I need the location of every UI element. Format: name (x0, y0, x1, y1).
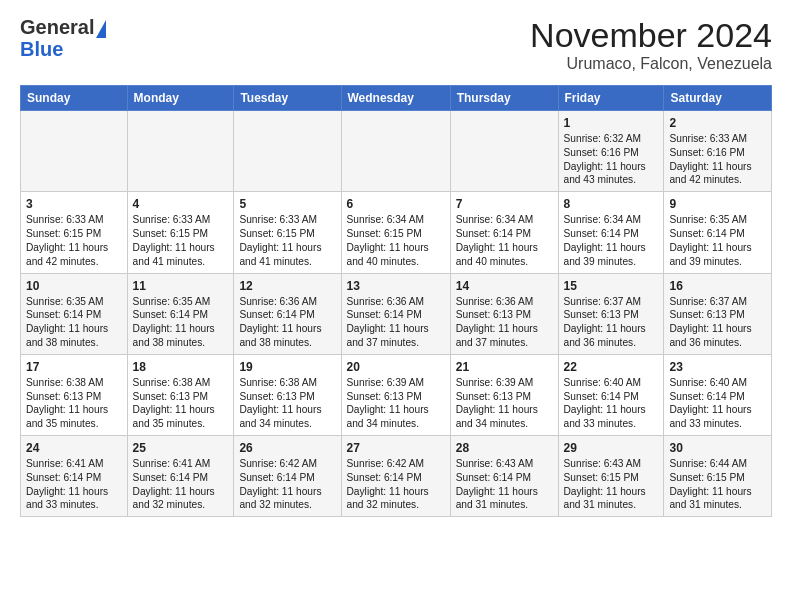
cell-text: Daylight: 11 hours (347, 485, 445, 499)
cell-text: Sunset: 6:14 PM (669, 227, 766, 241)
calendar-cell (341, 111, 450, 192)
day-header-friday: Friday (558, 86, 664, 111)
cell-text: Sunset: 6:15 PM (564, 471, 659, 485)
calendar-cell: 27Sunrise: 6:42 AMSunset: 6:14 PMDayligh… (341, 436, 450, 517)
day-number: 12 (239, 278, 335, 294)
cell-text: Sunrise: 6:34 AM (564, 213, 659, 227)
cell-text: and 33 minutes. (669, 417, 766, 431)
calendar-cell: 7Sunrise: 6:34 AMSunset: 6:14 PMDaylight… (450, 192, 558, 273)
cell-text: Sunset: 6:14 PM (239, 308, 335, 322)
calendar-cell: 15Sunrise: 6:37 AMSunset: 6:13 PMDayligh… (558, 273, 664, 354)
cell-text: and 40 minutes. (456, 255, 553, 269)
cell-text: Sunrise: 6:38 AM (239, 376, 335, 390)
cell-text: Daylight: 11 hours (669, 241, 766, 255)
day-number: 7 (456, 196, 553, 212)
cell-text: and 34 minutes. (347, 417, 445, 431)
week-row-1: 1Sunrise: 6:32 AMSunset: 6:16 PMDaylight… (21, 111, 772, 192)
calendar-cell (21, 111, 128, 192)
cell-text: Sunset: 6:15 PM (26, 227, 122, 241)
cell-text: and 38 minutes. (239, 336, 335, 350)
cell-text: Daylight: 11 hours (456, 241, 553, 255)
cell-text: Sunrise: 6:36 AM (239, 295, 335, 309)
cell-text: Sunrise: 6:40 AM (564, 376, 659, 390)
calendar-cell: 19Sunrise: 6:38 AMSunset: 6:13 PMDayligh… (234, 354, 341, 435)
cell-text: Sunset: 6:14 PM (26, 471, 122, 485)
week-row-5: 24Sunrise: 6:41 AMSunset: 6:14 PMDayligh… (21, 436, 772, 517)
cell-text: Daylight: 11 hours (26, 322, 122, 336)
day-number: 22 (564, 359, 659, 375)
calendar-cell: 16Sunrise: 6:37 AMSunset: 6:13 PMDayligh… (664, 273, 772, 354)
cell-text: Daylight: 11 hours (239, 241, 335, 255)
logo-triangle-icon (96, 20, 106, 38)
cell-text: Sunset: 6:14 PM (456, 227, 553, 241)
cell-text: and 36 minutes. (669, 336, 766, 350)
cell-text: and 35 minutes. (26, 417, 122, 431)
cell-text: Daylight: 11 hours (564, 241, 659, 255)
day-number: 19 (239, 359, 335, 375)
day-number: 14 (456, 278, 553, 294)
cell-text: Daylight: 11 hours (456, 485, 553, 499)
day-number: 24 (26, 440, 122, 456)
calendar-cell: 10Sunrise: 6:35 AMSunset: 6:14 PMDayligh… (21, 273, 128, 354)
cell-text: Sunset: 6:16 PM (669, 146, 766, 160)
cell-text: and 33 minutes. (26, 498, 122, 512)
cell-text: Daylight: 11 hours (669, 160, 766, 174)
cell-text: Sunset: 6:13 PM (564, 308, 659, 322)
cell-text: Sunset: 6:14 PM (564, 227, 659, 241)
cell-text: Sunrise: 6:38 AM (133, 376, 229, 390)
calendar-cell: 3Sunrise: 6:33 AMSunset: 6:15 PMDaylight… (21, 192, 128, 273)
cell-text: and 37 minutes. (456, 336, 553, 350)
cell-text: and 31 minutes. (669, 498, 766, 512)
calendar-cell: 11Sunrise: 6:35 AMSunset: 6:14 PMDayligh… (127, 273, 234, 354)
calendar-cell: 24Sunrise: 6:41 AMSunset: 6:14 PMDayligh… (21, 436, 128, 517)
day-number: 6 (347, 196, 445, 212)
day-number: 8 (564, 196, 659, 212)
cell-text: Sunrise: 6:33 AM (669, 132, 766, 146)
day-number: 26 (239, 440, 335, 456)
cell-text: Sunrise: 6:36 AM (456, 295, 553, 309)
cell-text: and 34 minutes. (456, 417, 553, 431)
cell-text: Sunset: 6:14 PM (239, 471, 335, 485)
logo-blue: Blue (20, 38, 63, 60)
cell-text: Sunrise: 6:43 AM (564, 457, 659, 471)
calendar-cell: 28Sunrise: 6:43 AMSunset: 6:14 PMDayligh… (450, 436, 558, 517)
cell-text: Daylight: 11 hours (239, 485, 335, 499)
cell-text: Daylight: 11 hours (133, 241, 229, 255)
cell-text: Daylight: 11 hours (347, 403, 445, 417)
cell-text: and 39 minutes. (669, 255, 766, 269)
day-header-thursday: Thursday (450, 86, 558, 111)
cell-text: Sunrise: 6:32 AM (564, 132, 659, 146)
week-row-4: 17Sunrise: 6:38 AMSunset: 6:13 PMDayligh… (21, 354, 772, 435)
cell-text: Sunrise: 6:41 AM (133, 457, 229, 471)
cell-text: Sunset: 6:13 PM (456, 390, 553, 404)
cell-text: Sunset: 6:15 PM (669, 471, 766, 485)
logo-text: General Blue (20, 16, 106, 60)
cell-text: Daylight: 11 hours (133, 403, 229, 417)
cell-text: Sunset: 6:13 PM (133, 390, 229, 404)
calendar-cell: 26Sunrise: 6:42 AMSunset: 6:14 PMDayligh… (234, 436, 341, 517)
calendar-cell: 17Sunrise: 6:38 AMSunset: 6:13 PMDayligh… (21, 354, 128, 435)
cell-text: Daylight: 11 hours (669, 403, 766, 417)
calendar-cell (450, 111, 558, 192)
cell-text: Daylight: 11 hours (133, 485, 229, 499)
day-number: 10 (26, 278, 122, 294)
cell-text: Sunrise: 6:39 AM (456, 376, 553, 390)
calendar-page: General Blue November 2024 Urumaco, Falc… (0, 0, 792, 527)
day-number: 27 (347, 440, 445, 456)
cell-text: Sunrise: 6:44 AM (669, 457, 766, 471)
day-header-wednesday: Wednesday (341, 86, 450, 111)
cell-text: and 42 minutes. (26, 255, 122, 269)
day-number: 13 (347, 278, 445, 294)
calendar-cell: 6Sunrise: 6:34 AMSunset: 6:15 PMDaylight… (341, 192, 450, 273)
cell-text: Sunrise: 6:41 AM (26, 457, 122, 471)
day-number: 11 (133, 278, 229, 294)
day-number: 17 (26, 359, 122, 375)
day-number: 3 (26, 196, 122, 212)
cell-text: Daylight: 11 hours (239, 403, 335, 417)
month-year-title: November 2024 (530, 16, 772, 55)
day-number: 9 (669, 196, 766, 212)
cell-text: Daylight: 11 hours (564, 485, 659, 499)
cell-text: Sunrise: 6:37 AM (669, 295, 766, 309)
day-number: 2 (669, 115, 766, 131)
calendar-cell: 29Sunrise: 6:43 AMSunset: 6:15 PMDayligh… (558, 436, 664, 517)
